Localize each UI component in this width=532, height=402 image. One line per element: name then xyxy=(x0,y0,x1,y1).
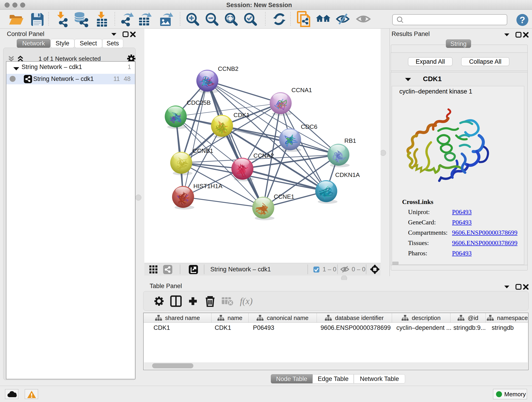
svg-text:CDKN1A: CDKN1A xyxy=(335,172,360,178)
svg-text:?: ? xyxy=(520,15,525,25)
svg-text:CDC25B: CDC25B xyxy=(187,99,211,106)
svg-text:CDC6: CDC6 xyxy=(301,123,317,130)
svg-text:0 – 0: 0 – 0 xyxy=(352,266,365,273)
svg-text:1 – 0: 1 – 0 xyxy=(323,266,336,273)
svg-text:RB1: RB1 xyxy=(344,137,356,144)
svg-text:CCNA1: CCNA1 xyxy=(291,87,312,94)
svg-text:CCNB2: CCNB2 xyxy=(218,65,239,72)
svg-text:String Network – cdk1: String Network – cdk1 xyxy=(210,266,271,273)
svg-text:CCNA2: CCNA2 xyxy=(253,152,274,159)
svg-text:CCNE1: CCNE1 xyxy=(274,193,294,200)
svg-text:HIST1H1A: HIST1H1A xyxy=(193,183,222,190)
svg-text:CDK1: CDK1 xyxy=(234,112,250,119)
svg-text:f(x): f(x) xyxy=(240,296,253,306)
svg-text:CCNB1: CCNB1 xyxy=(193,147,213,154)
